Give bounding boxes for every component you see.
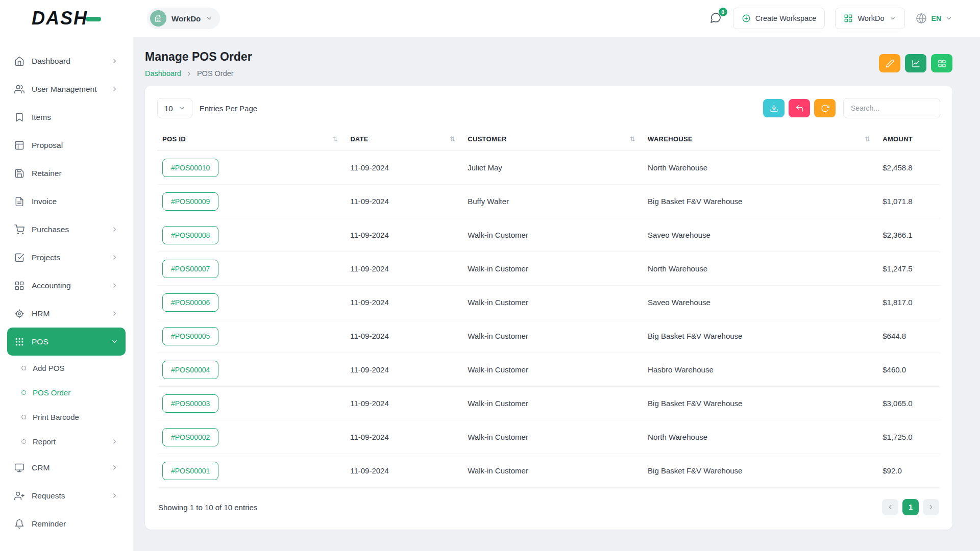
column-label: AMOUNT	[883, 135, 913, 143]
pos-id-button[interactable]: #POS00010	[162, 159, 218, 177]
crm-icon	[14, 463, 24, 473]
sidebar-item-dashboard[interactable]: Dashboard	[7, 47, 126, 75]
next-page-button[interactable]	[923, 499, 939, 515]
sidebar-item-label: Dashboard	[32, 57, 104, 66]
create-workspace-button[interactable]: Create Workspace	[733, 8, 825, 29]
warehouse-name: Big Basket F&V Warehouse	[643, 454, 877, 488]
table-row: #POS0000911-09-2024Buffy WalterBig Baske…	[157, 185, 940, 218]
column-header-amount[interactable]: AMOUNT	[877, 128, 940, 151]
chevron-right-icon	[111, 310, 118, 317]
warehouse-name: North Warehouse	[643, 420, 877, 454]
pos-order-table: POS ID⇅DATE⇅CUSTOMER⇅WAREHOUSE⇅AMOUNT #P…	[157, 128, 940, 488]
page-1-button[interactable]: 1	[902, 499, 919, 515]
pos-id-button[interactable]: #POS00002	[162, 428, 218, 446]
customer-name: Walk-in Customer	[462, 218, 643, 252]
pos-id-button[interactable]: #POS00007	[162, 260, 218, 278]
reset-filter-button[interactable]	[789, 99, 810, 117]
sidebar-item-invoice[interactable]: Invoice	[7, 187, 126, 215]
pos-id-cell: #POS00010	[157, 151, 345, 185]
search-input[interactable]	[843, 98, 940, 118]
messages-button[interactable]: 0	[709, 12, 723, 25]
chevron-right-icon	[111, 85, 118, 93]
warehouse-name: Hasbro Warehouse	[643, 353, 877, 387]
topbar: WorkDo 0 Create Workspace	[133, 0, 980, 37]
column-header-pos-id[interactable]: POS ID⇅	[157, 128, 345, 151]
logo-dash-icon	[86, 17, 101, 21]
column-header-customer[interactable]: CUSTOMER⇅	[462, 128, 643, 151]
pos-id-button[interactable]: #POS00006	[162, 293, 218, 312]
circle-icon	[21, 366, 26, 370]
sidebar-item-crm[interactable]: CRM	[7, 454, 126, 482]
chevron-right-icon	[111, 438, 118, 445]
sidebar-item-label: POS	[32, 337, 104, 346]
sort-icon[interactable]: ⇅	[865, 135, 870, 143]
page-title: Manage POS Order	[145, 50, 252, 64]
pos-id-button[interactable]: #POS00008	[162, 226, 218, 244]
pos-id-button[interactable]: #POS00001	[162, 462, 218, 480]
sidebar-item-label: Projects	[32, 253, 104, 262]
sort-icon[interactable]: ⇅	[450, 135, 455, 143]
column-label: CUSTOMER	[468, 135, 507, 143]
pos-id-cell: #POS00004	[157, 353, 345, 387]
sort-icon[interactable]: ⇅	[630, 135, 635, 143]
sidebar-item-purchases[interactable]: Purchases	[7, 215, 126, 243]
customer-name: Buffy Walter	[462, 185, 643, 218]
pos-id-cell: #POS00006	[157, 286, 345, 319]
sidebar-item-projects[interactable]: Projects	[7, 243, 126, 271]
sidebar-item-proposal[interactable]: Proposal	[7, 131, 126, 159]
sidebar-item-reminder[interactable]: Reminder	[7, 510, 126, 538]
table-row: #POS0000411-09-2024Walk-in CustomerHasbr…	[157, 353, 940, 387]
sidebar-item-user-management[interactable]: User Management	[7, 75, 126, 103]
building-icon	[150, 10, 166, 27]
app-logo[interactable]: DASH	[0, 0, 133, 37]
customer-name: Walk-in Customer	[462, 319, 643, 353]
refresh-button[interactable]	[814, 99, 836, 117]
workspace-dropdown-label: WorkDo	[857, 14, 884, 22]
breadcrumb-dashboard-link[interactable]: Dashboard	[145, 69, 181, 78]
card-footer: Showing 1 to 10 of 10 entries 1	[157, 488, 940, 517]
pos-id-button[interactable]: #POS00009	[162, 192, 218, 211]
chevron-right-icon	[111, 282, 118, 289]
sidebar-item-accounting[interactable]: Accounting	[7, 271, 126, 299]
report-button[interactable]	[905, 54, 926, 72]
table-row: #POS0000311-09-2024Walk-in CustomerBig B…	[157, 387, 940, 420]
pos-id-button[interactable]: #POS00004	[162, 361, 218, 379]
sidebar-item-items[interactable]: Items	[7, 103, 126, 131]
export-button[interactable]	[763, 99, 785, 117]
sidebar-item-requests[interactable]: Requests	[7, 482, 126, 510]
sidebar-subitem-pos-order[interactable]: POS Order	[7, 380, 126, 405]
language-selector[interactable]: EN	[915, 12, 952, 24]
sidebar-item-retainer[interactable]: Retainer	[7, 159, 126, 187]
workspace-chip[interactable]: WorkDo	[147, 8, 220, 29]
warehouse-name: Big Basket F&V Warehouse	[643, 319, 877, 353]
sidebar-item-hrm[interactable]: HRM	[7, 299, 126, 328]
order-amount: $3,065.0	[877, 387, 940, 420]
order-date: 11-09-2024	[345, 151, 462, 185]
chevron-down-icon	[945, 15, 952, 22]
prev-page-button[interactable]	[882, 499, 898, 515]
edit-button[interactable]	[879, 54, 900, 72]
customer-name: Walk-in Customer	[462, 387, 643, 420]
pos-id-button[interactable]: #POS00005	[162, 327, 218, 345]
pos-id-cell: #POS00001	[157, 454, 345, 488]
sidebar-item-pos[interactable]: POS	[7, 328, 126, 356]
pos-id-button[interactable]: #POS00003	[162, 394, 218, 413]
sidebar-item-label: Requests	[32, 491, 104, 500]
grid-icon	[844, 14, 853, 23]
workspace-dropdown-button[interactable]: WorkDo	[835, 8, 904, 29]
order-amount: $1,071.8	[877, 185, 940, 218]
invoice-icon	[14, 196, 24, 207]
sidebar-subitem-print-barcode[interactable]: Print Barcode	[7, 405, 126, 429]
sidebar-subitem-add-pos[interactable]: Add POS	[7, 356, 126, 380]
column-header-date[interactable]: DATE⇅	[345, 128, 462, 151]
order-amount: $92.0	[877, 454, 940, 488]
entries-summary: Showing 1 to 10 of 10 entries	[158, 503, 257, 512]
entries-per-page-select[interactable]: 10	[157, 98, 192, 118]
sidebar-subitem-report[interactable]: Report	[7, 429, 126, 454]
column-header-warehouse[interactable]: WAREHOUSE⇅	[643, 128, 877, 151]
order-date: 11-09-2024	[345, 420, 462, 454]
grid-view-button[interactable]	[931, 54, 952, 72]
sort-icon[interactable]: ⇅	[332, 135, 338, 143]
order-date: 11-09-2024	[345, 387, 462, 420]
chevron-right-icon	[111, 492, 118, 499]
